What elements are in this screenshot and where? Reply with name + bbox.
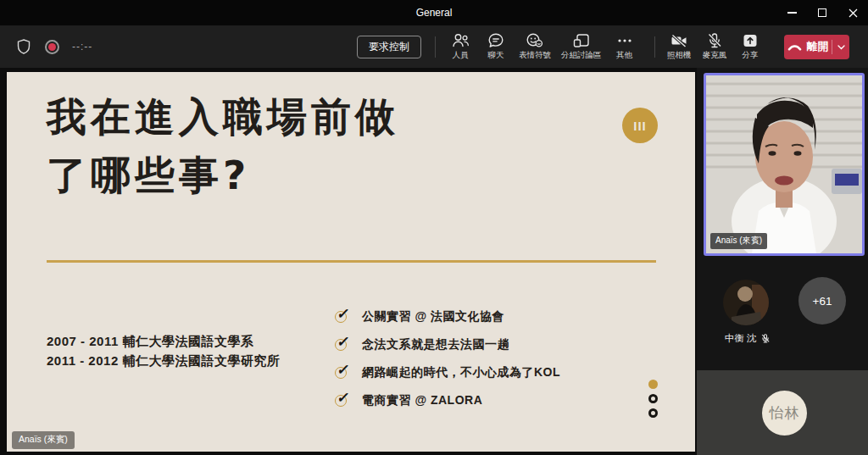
checklist-item: ✓ 電商實習 @ ZALORA [335,386,560,414]
participant-tile[interactable]: 中衡 沈 +61 [697,258,868,370]
checklist-item: ✓ 念法文系就是想去法國一趟 [335,330,560,358]
breakout-rooms-button[interactable]: 分組討論區 [556,28,607,61]
presenter-name-badge: Anaïs (來賓) [12,431,75,449]
progress-dot [648,394,658,403]
breakout-rooms-icon [573,31,590,49]
window-title: General [0,0,868,25]
hang-up-icon [787,43,802,51]
checklist-item: ✓ 網路崛起的時代，不小心成為了KOL [335,358,560,386]
leave-button-group: 離開 [784,35,849,59]
toolbar-divider [654,36,655,58]
education-line: 2007 - 2011 輔仁大學法國語文學系 [47,331,280,351]
education-line: 2011 - 2012 輔仁大學法國語文學研究所 [47,351,280,370]
people-button[interactable]: 人員 [442,28,478,61]
toolbar-device-group: 照相機 麥克風 分享 [661,28,768,67]
toolbar-divider [435,36,436,58]
slide-title-line2: 了哪些事? [47,146,399,204]
toolbar-item-label: 分組討論區 [561,50,602,61]
checkmark-icon: ✓ [335,309,349,324]
toolbar-item-label: 表情符號 [519,50,551,61]
chat-icon [487,31,504,49]
overflow-participants-badge[interactable]: +61 [798,277,846,325]
share-screen-icon [742,31,759,49]
slide-checklist: ✓ 公關實習 @ 法國文化協會 ✓ 念法文系就是想去法國一趟 ✓ 網路崛起的時代… [335,302,560,414]
request-control-button[interactable]: 要求控制 [357,36,421,58]
participant-avatar [723,280,769,325]
window-controls [776,0,868,25]
minimize-button[interactable] [776,0,807,25]
muted-mic-icon [760,333,771,344]
leave-button[interactable]: 離開 [784,35,832,59]
presentation-slide: 我在進入職場前做 了哪些事? III 2007 - 2011 輔仁大學法國語文學… [7,72,695,452]
chevron-down-icon [837,45,845,50]
maximize-icon [818,8,826,17]
checkmark-icon: ✓ [335,337,349,352]
speaker-video-feed [706,75,862,253]
progress-dot-active [648,380,658,389]
education-history: 2007 - 2011 輔仁大學法國語文學系 2011 - 2012 輔仁大學法… [47,331,280,370]
screen-share-stage: 我在進入職場前做 了哪些事? III 2007 - 2011 輔仁大學法國語文學… [0,68,697,455]
more-actions-button[interactable]: 其他 [607,28,643,61]
participant-tile[interactable]: 怡林 [697,370,868,455]
toolbar-item-label: 麥克風 [703,50,727,61]
teams-meeting-window: General --:-- 要求控制 人員 [0,0,868,455]
maximize-button[interactable] [807,0,837,25]
toolbar-item-label: 分享 [743,50,759,61]
toolbar-item-label: 人員 [453,50,469,61]
participants-sidebar: Anaïs (來賓) 中衡 沈 +61 怡林 [697,68,868,455]
slide-progress-dots [648,380,658,423]
emoji-icon [526,31,544,49]
mic-off-icon [706,31,723,49]
meeting-toolbar: --:-- 要求控制 人員 聊天 表情符號 [0,25,868,68]
security-shield-icon[interactable] [15,38,32,56]
camera-toggle-button[interactable]: 照相機 [661,28,697,61]
leave-options-button[interactable] [832,35,849,59]
checkmark-icon: ✓ [335,393,349,408]
reactions-button[interactable]: 表情符號 [514,28,556,61]
speaker-name-badge: Anaïs (來賓) [710,233,767,249]
toolbar-nav-group: 人員 聊天 表情符號 分組討論區 [442,28,643,67]
participant-name-row: 中衡 沈 [697,332,798,345]
participant-name: 中衡 沈 [725,332,757,345]
checklist-item: ✓ 公關實習 @ 法國文化協會 [335,302,560,330]
share-button[interactable]: 分享 [732,28,768,61]
close-button[interactable] [837,0,868,25]
recording-indicator-icon [45,40,59,54]
toolbar-item-label: 照相機 [667,50,692,61]
more-icon [616,31,633,49]
slide-divider-line [47,260,656,263]
chat-button[interactable]: 聊天 [478,28,514,61]
checkmark-icon: ✓ [335,365,349,380]
participant-initials-avatar: 怡林 [762,391,807,436]
progress-dot [648,408,658,418]
close-icon [849,8,858,18]
slide-title-line1: 我在進入職場前做 [47,87,399,146]
section-number-badge: III [622,108,658,143]
people-icon [452,31,470,49]
minimize-icon [787,12,797,13]
meeting-timer: --:-- [72,41,92,53]
slide-title: 我在進入職場前做 了哪些事? [47,87,399,204]
toolbar-item-label: 聊天 [488,50,504,61]
toolbar-item-label: 其他 [616,50,632,61]
mic-toggle-button[interactable]: 麥克風 [697,28,732,61]
leave-label: 離開 [807,40,828,54]
active-speaker-video-tile[interactable]: Anaïs (來賓) [704,73,865,256]
meeting-status-group: --:-- [15,25,92,68]
camera-off-icon [670,31,688,49]
titlebar: General [0,0,868,25]
